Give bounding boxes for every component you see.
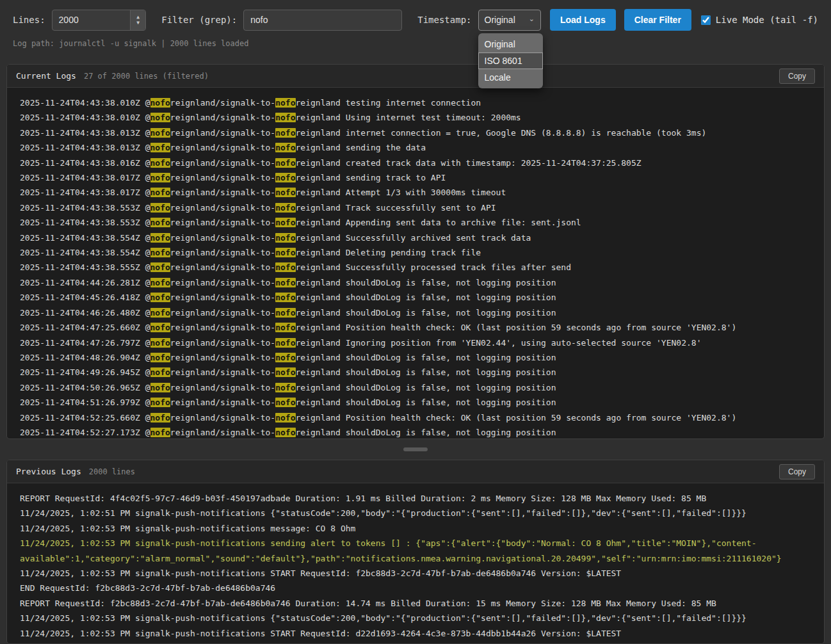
timestamp-select-wrap: Original ⌄ OriginalISO 8601Locale bbox=[478, 10, 541, 31]
timestamp-select-value: Original bbox=[485, 15, 515, 25]
grep-highlight: nofo bbox=[275, 218, 295, 227]
log-line: 2025-11-24T04:52:27.173Z @noforeignland/… bbox=[20, 425, 811, 439]
log-line: 2025-11-24T04:43:38.010Z @noforeignland/… bbox=[20, 95, 811, 110]
current-logs-panel: Current Logs 27 of 2000 lines (filtered)… bbox=[6, 64, 825, 439]
grep-highlight: nofo bbox=[275, 323, 295, 332]
spinner-down-icon[interactable]: ▼ bbox=[136, 20, 140, 26]
grep-highlight: nofo bbox=[150, 98, 170, 108]
timestamp-option-locale[interactable]: Locale bbox=[478, 69, 543, 86]
grep-highlight: nofo bbox=[275, 428, 295, 437]
grep-highlight: nofo bbox=[275, 278, 295, 287]
grep-highlight: nofo bbox=[275, 338, 295, 348]
grep-highlight: nofo bbox=[150, 158, 170, 168]
load-logs-button[interactable]: Load Logs bbox=[550, 9, 616, 31]
grep-highlight: nofo bbox=[275, 173, 295, 182]
controls-row: Lines: ▲ ▼ Filter (grep): Timestamp: Ori… bbox=[13, 9, 818, 31]
grep-highlight: nofo bbox=[150, 398, 170, 407]
copy-current-logs-button[interactable]: Copy bbox=[779, 68, 815, 84]
grep-highlight: nofo bbox=[150, 413, 170, 423]
grep-highlight: nofo bbox=[275, 98, 295, 108]
grep-highlight: nofo bbox=[275, 353, 295, 362]
timestamp-option-original[interactable]: Original bbox=[478, 36, 543, 52]
log-line: 11/24/2025, 1:02:53 PM signalk-push-noti… bbox=[20, 536, 811, 566]
log-line: 2025-11-24T04:43:38.553Z @noforeignland/… bbox=[20, 200, 811, 215]
log-line: 2025-11-24T04:43:38.013Z @noforeignland/… bbox=[20, 140, 811, 155]
previous-logs-panel: Previous Logs 2000 lines Copy REPORT Req… bbox=[6, 460, 825, 644]
filter-input[interactable] bbox=[243, 10, 402, 31]
previous-logs-title: Previous Logs bbox=[16, 467, 81, 476]
log-line: END RequestId: f2bc88d3-2c7d-47bf-b7ab-d… bbox=[20, 581, 811, 595]
log-line: 11/24/2025, 1:02:53 PM signalk-push-noti… bbox=[20, 611, 811, 625]
timestamp-label: Timestamp: bbox=[417, 15, 471, 25]
grep-highlight: nofo bbox=[275, 308, 295, 318]
log-line: 2025-11-24T04:43:38.017Z @noforeignland/… bbox=[20, 185, 811, 200]
log-line: 2025-11-24T04:43:38.010Z @noforeignland/… bbox=[20, 110, 811, 125]
lines-input-wrap: ▲ ▼ bbox=[52, 10, 147, 31]
current-logs-meta: 27 of 2000 lines (filtered) bbox=[84, 72, 209, 81]
grep-highlight: nofo bbox=[150, 143, 170, 152]
grep-highlight: nofo bbox=[150, 338, 170, 348]
log-line: 2025-11-24T04:47:25.660Z @noforeignland/… bbox=[20, 320, 811, 335]
timestamp-select[interactable]: Original ⌄ bbox=[478, 10, 541, 31]
grep-highlight: nofo bbox=[150, 428, 170, 437]
timestamp-option-iso-8601[interactable]: ISO 8601 bbox=[478, 52, 543, 69]
grep-highlight: nofo bbox=[150, 293, 170, 302]
log-line: REPORT RequestId: 4f4c02f5-97c7-46d9-b03… bbox=[20, 491, 811, 506]
grep-highlight: nofo bbox=[150, 203, 170, 213]
grep-highlight: nofo bbox=[275, 383, 295, 392]
current-logs-title: Current Logs bbox=[16, 71, 76, 81]
live-mode-label: Live Mode (tail -f) bbox=[716, 15, 818, 25]
grep-highlight: nofo bbox=[150, 218, 170, 227]
log-line: 2025-11-24T04:47:26.797Z @noforeignland/… bbox=[20, 335, 811, 350]
controls-bar: Lines: ▲ ▼ Filter (grep): Timestamp: Ori… bbox=[0, 0, 831, 64]
current-logs-header: Current Logs 27 of 2000 lines (filtered)… bbox=[7, 65, 824, 88]
live-mode-checkbox[interactable] bbox=[701, 15, 711, 25]
previous-logs-meta: 2000 lines bbox=[89, 467, 135, 476]
log-line: 11/24/2025, 1:02:53 PM signalk-push-noti… bbox=[20, 521, 811, 536]
log-line: 2025-11-24T04:43:38.017Z @noforeignland/… bbox=[20, 170, 811, 185]
spinner-up-icon[interactable]: ▲ bbox=[136, 14, 140, 20]
log-line: 2025-11-24T04:43:38.554Z @noforeignland/… bbox=[20, 245, 811, 260]
live-mode-toggle[interactable]: Live Mode (tail -f) bbox=[701, 15, 818, 25]
log-line: 2025-11-24T04:52:25.660Z @noforeignland/… bbox=[20, 410, 811, 425]
log-line: 2025-11-24T04:44:26.281Z @noforeignland/… bbox=[20, 275, 811, 290]
grep-highlight: nofo bbox=[275, 293, 295, 302]
panel-resize-handle[interactable] bbox=[0, 439, 831, 460]
log-path-status: Log path: journalctl -u signalk | 2000 l… bbox=[13, 39, 818, 48]
log-line: 2025-11-24T04:43:38.553Z @noforeignland/… bbox=[20, 215, 811, 230]
grep-highlight: nofo bbox=[275, 143, 295, 152]
copy-previous-logs-button[interactable]: Copy bbox=[779, 464, 815, 479]
lines-number-spinner[interactable]: ▲ ▼ bbox=[130, 10, 145, 30]
grep-highlight: nofo bbox=[275, 248, 295, 257]
grep-highlight: nofo bbox=[275, 398, 295, 407]
timestamp-dropdown-menu: OriginalISO 8601Locale bbox=[478, 33, 543, 88]
log-line: 2025-11-24T04:46:26.480Z @noforeignland/… bbox=[20, 305, 811, 320]
clear-filter-button[interactable]: Clear Filter bbox=[624, 9, 691, 31]
previous-logs-body[interactable]: REPORT RequestId: 4f4c02f5-97c7-46d9-b03… bbox=[7, 483, 824, 643]
log-line: REPORT RequestId: f2bc88d3-2c7d-47bf-b7a… bbox=[20, 596, 811, 611]
grep-highlight: nofo bbox=[275, 233, 295, 243]
grep-highlight: nofo bbox=[150, 113, 170, 122]
grep-highlight: nofo bbox=[275, 367, 295, 377]
grep-highlight: nofo bbox=[275, 128, 295, 138]
log-line: 2025-11-24T04:48:26.904Z @noforeignland/… bbox=[20, 350, 811, 365]
current-logs-body[interactable]: 2025-11-24T04:43:38.010Z @noforeignland/… bbox=[7, 88, 824, 439]
grep-highlight: nofo bbox=[275, 188, 295, 197]
log-line: 11/24/2025, 1:02:53 PM signalk-push-noti… bbox=[20, 626, 811, 641]
filter-label: Filter (grep): bbox=[161, 15, 237, 25]
log-line: 2025-11-24T04:45:26.418Z @noforeignland/… bbox=[20, 290, 811, 305]
grep-highlight: nofo bbox=[275, 413, 295, 423]
grep-highlight: nofo bbox=[150, 248, 170, 257]
grep-highlight: nofo bbox=[275, 113, 295, 122]
grep-highlight: nofo bbox=[150, 173, 170, 182]
chevron-down-icon: ⌄ bbox=[529, 15, 535, 23]
previous-logs-header: Previous Logs 2000 lines Copy bbox=[7, 460, 824, 483]
grep-highlight: nofo bbox=[150, 188, 170, 197]
log-line: 2025-11-24T04:43:38.016Z @noforeignland/… bbox=[20, 156, 811, 170]
grep-highlight: nofo bbox=[150, 353, 170, 362]
filter-input-wrap bbox=[243, 10, 402, 31]
grep-highlight: nofo bbox=[275, 203, 295, 213]
log-line: 2025-11-24T04:43:38.013Z @noforeignland/… bbox=[20, 125, 811, 140]
log-line: 2025-11-24T04:49:26.945Z @noforeignland/… bbox=[20, 365, 811, 380]
grep-highlight: nofo bbox=[150, 262, 170, 272]
